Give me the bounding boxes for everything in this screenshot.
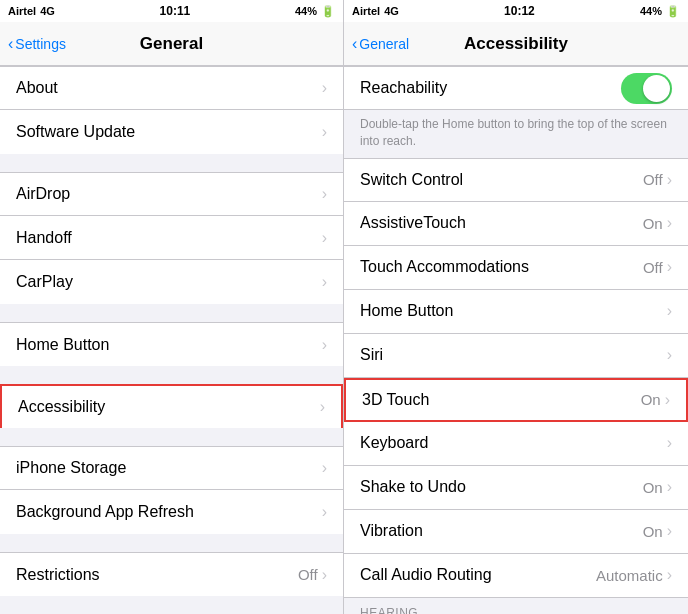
right-back-label: General (359, 36, 409, 52)
airdrop-right: › (322, 185, 327, 203)
keyboard-chevron-icon: › (667, 434, 672, 452)
background-app-refresh-item[interactable]: Background App Refresh › (0, 490, 343, 534)
left-panel: Airtel 4G 10:11 44% 🔋 ‹ Settings General… (0, 0, 344, 614)
home-button-right-chevron-icon: › (667, 302, 672, 320)
airdrop-item[interactable]: AirDrop › (0, 172, 343, 216)
vibration-item[interactable]: Vibration On › (344, 510, 688, 554)
carrier-right: Airtel (352, 5, 380, 17)
3d-touch-chevron-icon: › (665, 391, 670, 409)
switch-control-right: Off › (643, 171, 672, 189)
right-back-button[interactable]: ‹ General (352, 35, 409, 53)
siri-label: Siri (360, 346, 383, 364)
left-back-button[interactable]: ‹ Settings (8, 35, 66, 53)
left-gap-3 (0, 366, 343, 384)
assistive-touch-label: AssistiveTouch (360, 214, 466, 232)
about-chevron-icon: › (322, 79, 327, 97)
call-audio-routing-chevron-icon: › (667, 566, 672, 584)
keyboard-item[interactable]: Keyboard › (344, 422, 688, 466)
about-item[interactable]: About › (0, 66, 343, 110)
switch-control-chevron-icon: › (667, 171, 672, 189)
left-section-2: AirDrop › Handoff › CarPlay › (0, 172, 343, 304)
touch-accommodations-item[interactable]: Touch Accommodations Off › (344, 246, 688, 290)
touch-accommodations-label: Touch Accommodations (360, 258, 529, 276)
accessibility-chevron-icon: › (320, 398, 325, 416)
switch-control-item[interactable]: Switch Control Off › (344, 158, 688, 202)
about-label: About (16, 79, 58, 97)
assistive-touch-value: On (643, 215, 663, 232)
shake-undo-right: On › (643, 478, 672, 496)
reachability-description: Double-tap the Home button to bring the … (344, 110, 688, 158)
carplay-item[interactable]: CarPlay › (0, 260, 343, 304)
switch-control-label: Switch Control (360, 171, 463, 189)
battery-right: 44% (640, 5, 662, 17)
keyboard-right: › (667, 434, 672, 452)
left-back-chevron-icon: ‹ (8, 35, 13, 53)
left-gap-2 (0, 304, 343, 322)
iphone-storage-label: iPhone Storage (16, 459, 126, 477)
home-button-label: Home Button (16, 336, 109, 354)
home-button-right-item[interactable]: Home Button › (344, 290, 688, 334)
call-audio-routing-item[interactable]: Call Audio Routing Automatic › (344, 554, 688, 598)
right-nav-bar: ‹ General Accessibility (344, 22, 688, 66)
software-update-label: Software Update (16, 123, 135, 141)
handoff-right: › (322, 229, 327, 247)
vibration-label: Vibration (360, 522, 423, 540)
left-gap-1 (0, 154, 343, 172)
call-audio-routing-value: Automatic (596, 567, 663, 584)
restrictions-item[interactable]: Restrictions Off › (0, 552, 343, 596)
left-section-6: Restrictions Off › (0, 552, 343, 596)
shake-undo-label: Shake to Undo (360, 478, 466, 496)
software-update-chevron-icon: › (322, 123, 327, 141)
airdrop-chevron-icon: › (322, 185, 327, 203)
toggle-knob (643, 75, 670, 102)
carplay-chevron-icon: › (322, 273, 327, 291)
reachability-item[interactable]: Reachability (344, 66, 688, 110)
touch-accommodations-value: Off (643, 259, 663, 276)
handoff-item[interactable]: Handoff › (0, 216, 343, 260)
3d-touch-right: On › (641, 391, 670, 409)
time-right: 10:12 (504, 4, 535, 18)
left-status-right: 44% 🔋 (295, 5, 335, 18)
touch-accommodations-right: Off › (643, 258, 672, 276)
restrictions-chevron-icon: › (322, 566, 327, 584)
carplay-right: › (322, 273, 327, 291)
hearing-section-header: HEARING (344, 598, 688, 614)
carrier-left: Airtel (8, 5, 36, 17)
home-button-chevron-icon: › (322, 336, 327, 354)
left-status-bar: Airtel 4G 10:11 44% 🔋 (0, 0, 343, 22)
battery-icon-left: 🔋 (321, 5, 335, 18)
siri-item[interactable]: Siri › (344, 334, 688, 378)
accessibility-item[interactable]: Accessibility › (0, 384, 343, 428)
airdrop-label: AirDrop (16, 185, 70, 203)
iphone-storage-right: › (322, 459, 327, 477)
battery-icon-right: 🔋 (666, 5, 680, 18)
reachability-toggle[interactable] (621, 73, 672, 104)
left-settings-list: About › Software Update › AirDrop › (0, 66, 343, 614)
assistive-touch-item[interactable]: AssistiveTouch On › (344, 202, 688, 246)
shake-undo-item[interactable]: Shake to Undo On › (344, 466, 688, 510)
touch-accommodations-chevron-icon: › (667, 258, 672, 276)
3d-touch-item[interactable]: 3D Touch On › (344, 378, 688, 422)
vibration-value: On (643, 523, 663, 540)
home-button-right: › (322, 336, 327, 354)
left-nav-title: General (140, 34, 203, 54)
iphone-storage-item[interactable]: iPhone Storage › (0, 446, 343, 490)
carplay-label: CarPlay (16, 273, 73, 291)
restrictions-right: Off › (298, 566, 327, 584)
switch-control-value: Off (643, 171, 663, 188)
left-gap-4 (0, 428, 343, 446)
right-panel: Airtel 4G 10:12 44% 🔋 ‹ General Accessib… (344, 0, 688, 614)
keyboard-label: Keyboard (360, 434, 429, 452)
reachability-label: Reachability (360, 79, 447, 97)
call-audio-routing-right: Automatic › (596, 566, 672, 584)
home-button-right-label: Home Button (360, 302, 453, 320)
left-section-4: Accessibility › (0, 384, 343, 428)
3d-touch-label: 3D Touch (362, 391, 429, 409)
home-button-item[interactable]: Home Button › (0, 322, 343, 366)
handoff-chevron-icon: › (322, 229, 327, 247)
assistive-touch-chevron-icon: › (667, 214, 672, 232)
software-update-item[interactable]: Software Update › (0, 110, 343, 154)
3d-touch-value: On (641, 391, 661, 408)
left-back-label: Settings (15, 36, 66, 52)
assistive-touch-right: On › (643, 214, 672, 232)
